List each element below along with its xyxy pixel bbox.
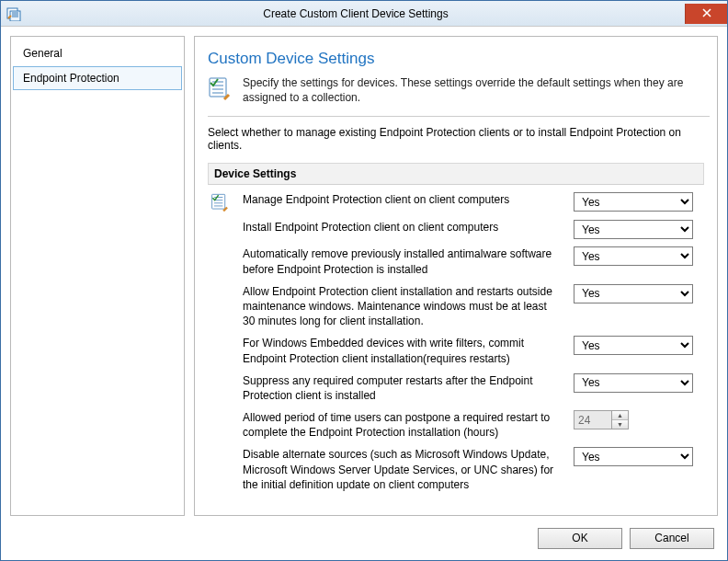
app-icon [6, 6, 21, 21]
setting-select-install-ep[interactable]: Yes [574, 220, 693, 239]
cancel-button[interactable]: Cancel [630, 528, 714, 549]
setting-row: Manage Endpoint Protection client on cli… [208, 189, 704, 216]
spinner-down-icon: ▼ [612, 420, 628, 429]
sidebar-item-label: Endpoint Protection [23, 72, 119, 85]
titlebar: Create Custom Client Device Settings [1, 1, 727, 27]
setting-spinner-postpone-hours: ▲ ▼ [574, 410, 629, 429]
sidebar: General Endpoint Protection [10, 36, 185, 516]
setting-select-suppress-restart[interactable]: Yes [574, 373, 693, 393]
setting-label: Manage Endpoint Protection client on cli… [243, 192, 563, 207]
setting-label: Automatically remove previously installe… [243, 246, 563, 276]
row-icon [210, 192, 232, 212]
setting-row: Suppress any required computer restarts … [208, 370, 704, 406]
client-area: General Endpoint Protection Custom Devic… [1, 27, 727, 516]
description-text: Specify the settings for devices. These … [243, 75, 710, 105]
ok-button[interactable]: OK [538, 528, 622, 549]
setting-label: Allow Endpoint Protection client install… [243, 284, 563, 329]
svg-rect-3 [212, 195, 225, 210]
dialog-footer: OK Cancel [1, 516, 727, 560]
group-header: Device Settings [208, 163, 704, 185]
instruction-text: Select whether to manage existing Endpoi… [208, 126, 710, 152]
setting-select-embedded-commit[interactable]: Yes [574, 336, 693, 355]
titlebar-buttons [685, 4, 727, 24]
spinner-up-icon: ▲ [612, 411, 628, 420]
main-panel: Custom Device Settings Specify the setti… [194, 36, 718, 516]
sidebar-item-general[interactable]: General [13, 41, 182, 65]
sidebar-item-endpoint-protection[interactable]: Endpoint Protection [13, 66, 182, 90]
setting-label: Disable alternate sources (such as Micro… [243, 447, 563, 492]
setting-row: Allow Endpoint Protection client install… [208, 280, 704, 333]
setting-label: Suppress any required computer restarts … [243, 373, 563, 403]
separator [208, 116, 710, 117]
setting-select-allow-outside-window[interactable]: Yes [574, 284, 693, 303]
setting-row: Disable alternate sources (such as Micro… [208, 443, 704, 496]
setting-select-disable-alt-sources[interactable]: Yes [574, 447, 693, 466]
setting-select-auto-remove[interactable]: Yes [574, 246, 693, 266]
settings-icon [208, 75, 233, 101]
spinner-input [574, 411, 611, 429]
svg-rect-2 [210, 78, 226, 97]
sidebar-item-label: General [23, 47, 63, 60]
settings-area[interactable]: Device Settings Manage Endpoint Protecti… [208, 163, 710, 506]
page-title: Custom Device Settings [208, 50, 710, 68]
setting-row: Allowed period of time users can postpon… [208, 406, 704, 443]
window-title: Create Custom Client Device Settings [27, 7, 685, 20]
setting-row: Automatically remove previously installe… [208, 243, 704, 280]
setting-row: Install Endpoint Protection client on cl… [208, 216, 704, 243]
setting-select-manage-ep[interactable]: Yes [574, 192, 693, 212]
settings-scroll-wrap: Device Settings Manage Endpoint Protecti… [208, 163, 710, 506]
close-button[interactable] [685, 4, 727, 24]
setting-row: For Windows Embedded devices with write … [208, 332, 704, 369]
dialog-window: Create Custom Client Device Settings Gen… [0, 0, 728, 561]
setting-label: Allowed period of time users can postpon… [243, 410, 563, 440]
close-icon [702, 7, 711, 19]
spinner-buttons: ▲ ▼ [611, 411, 628, 429]
setting-label: Install Endpoint Protection client on cl… [243, 220, 563, 235]
description-row: Specify the settings for devices. These … [208, 75, 710, 105]
setting-label: For Windows Embedded devices with write … [243, 336, 563, 365]
